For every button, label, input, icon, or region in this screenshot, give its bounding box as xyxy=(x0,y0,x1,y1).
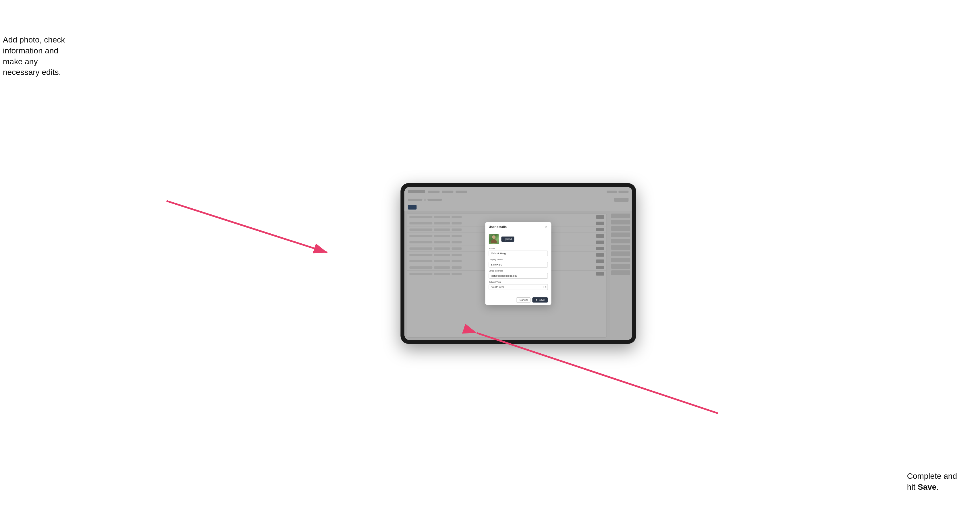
annotation-bottom-right: Complete andhit Save. xyxy=(907,471,957,492)
annotation-top-left-text: Add photo, checkinformation andmake anyn… xyxy=(3,35,65,77)
svg-line-3 xyxy=(477,333,718,413)
school-year-field-group: School Year × ▲ ▼ xyxy=(488,281,548,290)
scene: Add photo, checkinformation andmake anyn… xyxy=(0,0,980,527)
school-year-controls: × ▲ ▼ xyxy=(543,285,547,289)
name-field-group: Name xyxy=(488,247,548,256)
user-photo-thumbnail xyxy=(488,234,499,244)
email-input[interactable] xyxy=(488,273,548,279)
upload-photo-button[interactable]: Upload xyxy=(501,237,514,242)
school-year-input[interactable] xyxy=(488,284,548,290)
email-label: Email address xyxy=(488,270,548,272)
modal-footer: Cancel ⬆ Save xyxy=(485,295,551,305)
school-year-wrapper: × ▲ ▼ xyxy=(488,284,548,290)
annotation-save-bold: Save xyxy=(918,483,936,491)
modal-overlay: User details × Upload xyxy=(404,187,632,340)
save-button-label: Save xyxy=(539,298,545,302)
email-field-group: Email address xyxy=(488,270,548,279)
photo-section: Upload xyxy=(488,234,548,244)
display-name-label: Display name xyxy=(488,258,548,261)
annotation-bottom-right-text: Complete andhit Save. xyxy=(907,471,957,491)
school-year-arrows: ▲ ▼ xyxy=(545,285,547,289)
app-background: User details × Upload xyxy=(404,187,632,340)
school-year-label: School Year xyxy=(488,281,548,283)
modal-body: Upload Name Display name xyxy=(485,231,551,295)
cancel-button[interactable]: Cancel xyxy=(516,297,531,303)
save-icon: ⬆ xyxy=(536,298,538,302)
school-year-clear-button[interactable]: × xyxy=(543,286,544,289)
modal-close-button[interactable]: × xyxy=(544,225,548,229)
name-label: Name xyxy=(488,247,548,250)
tablet-screen: User details × Upload xyxy=(404,187,632,340)
tablet-device: User details × Upload xyxy=(400,183,636,344)
modal-title: User details xyxy=(488,225,506,229)
user-details-modal: User details × Upload xyxy=(485,222,551,305)
save-button[interactable]: ⬆ Save xyxy=(533,297,548,303)
svg-line-1 xyxy=(167,201,328,252)
modal-header: User details × xyxy=(485,222,551,231)
annotation-top-left: Add photo, checkinformation andmake anyn… xyxy=(3,35,65,78)
display-name-field-group: Display name xyxy=(488,258,548,268)
name-input[interactable] xyxy=(488,251,548,256)
school-year-down-arrow[interactable]: ▼ xyxy=(545,287,547,289)
display-name-input[interactable] xyxy=(488,262,548,268)
